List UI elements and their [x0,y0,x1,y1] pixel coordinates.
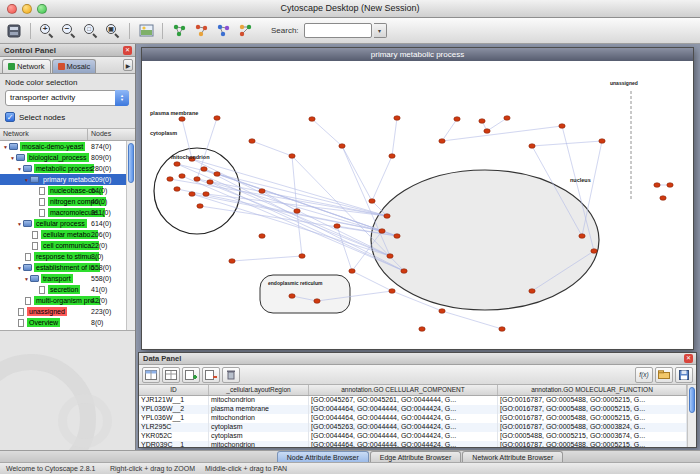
graph-node[interactable] [484,129,490,134]
graph-node[interactable] [387,254,393,259]
table-cell[interactable]: YDR039C__1 [139,441,209,447]
combobox-arrows-button[interactable]: ▲ ▼ [115,90,129,106]
graph-node[interactable] [249,139,255,144]
tree-row[interactable]: cell communica...22(0) [0,240,126,251]
plugins-button[interactable] [235,21,255,41]
table-cell[interactable]: YPL036W__1 [139,414,209,423]
graph-node[interactable] [660,196,666,201]
table-cell[interactable]: YLR295C [139,423,209,432]
import-network-button[interactable] [191,21,211,41]
graph-node[interactable] [454,117,460,122]
expander-icon[interactable]: ▼ [9,155,16,161]
graph-node[interactable] [379,229,385,234]
data-panel-close-button[interactable]: ✕ [684,354,693,363]
graph-edge[interactable] [252,141,292,156]
save-attributes-button[interactable] [675,367,693,383]
network-canvas[interactable]: plasma membranecytoplasmmitochondrionnuc… [142,61,693,349]
tree-scrollbar-thumb[interactable] [128,143,134,183]
graph-node[interactable] [339,144,345,149]
graph-edge[interactable] [337,226,352,271]
table-cell[interactable]: [GO:0044464, GO:0044444, GO:0044424, G..… [309,441,498,447]
node-color-combobox[interactable]: transporter activity ▲ ▼ [5,90,129,106]
tree-column-nodes[interactable]: Nodes [88,129,135,140]
tree-row[interactable]: secretion41(0) [0,284,126,295]
graph-node[interactable] [394,116,400,121]
table-cell[interactable]: plasma membrane [209,405,309,414]
table-row[interactable]: YPL036W__1mitochondrion[GO:0044464, GO:0… [139,414,687,423]
graph-node[interactable] [289,154,295,159]
tab-network[interactable]: Network [2,59,51,73]
tree-row[interactable]: ▼metabolic process280(0) [0,163,126,174]
expander-icon[interactable]: ▼ [16,166,23,172]
graph-node[interactable] [289,294,295,299]
table-cell[interactable]: [GO:0016787, GO:0005488, GO:0003824, G..… [498,423,687,432]
table-cell[interactable]: [GO:0016787, GO:0005488, GO:0005215, G..… [498,405,687,414]
graph-node[interactable] [201,167,207,172]
graph-edge[interactable] [312,119,342,146]
delete-attribute-button[interactable] [202,367,220,383]
create-network-button[interactable] [169,21,189,41]
graph-node[interactable] [654,183,660,188]
graph-edge[interactable] [197,179,390,256]
expander-icon[interactable]: ▼ [23,177,30,183]
browser-tab[interactable]: Node Attribute Browser [277,451,369,462]
graph-node[interactable] [599,139,605,144]
graph-node[interactable] [369,199,375,204]
graph-node[interactable] [194,177,200,182]
tree-row[interactable]: ▼transport558(0) [0,273,126,284]
graph-node[interactable] [384,214,390,219]
graph-node[interactable] [259,189,265,194]
graph-node[interactable] [389,154,395,159]
graph-node[interactable] [667,183,673,188]
graph-node[interactable] [294,209,300,214]
graph-edge[interactable] [442,119,457,141]
table-cell[interactable]: mitochondrion [209,414,309,423]
graph-edge[interactable] [487,118,507,131]
table-row[interactable]: YKR052Ccytoplasm[GO:0044464, GO:0044444,… [139,432,687,441]
graph-node[interactable] [591,249,597,254]
browser-tab[interactable]: Edge Attribute Browser [370,451,462,462]
table-column-header[interactable]: ID [139,385,209,395]
tree-row[interactable]: response to stimu...8(0) [0,251,126,262]
graph-node[interactable] [529,144,535,149]
table-cell[interactable]: mitochondrion [209,396,309,405]
graph-edge[interactable] [372,156,392,201]
graph-node[interactable] [349,269,355,274]
table-column-header[interactable]: annotation.GO MOLECULAR_FUNCTION [498,385,687,395]
table-column-header[interactable]: _cellularLayoutRegion [209,385,309,395]
tree-row[interactable]: ▼cellular process614(0) [0,218,126,229]
table-row[interactable]: YPL036W__2plasma membrane[GO:0044464, GO… [139,405,687,414]
graph-node[interactable] [529,289,535,294]
graph-node[interactable] [314,299,320,304]
select-nodes-checkbox[interactable]: ✓ [5,112,15,122]
graphics-details-button[interactable] [136,21,156,41]
graph-edge[interactable] [177,164,387,216]
graph-node[interactable] [559,124,565,129]
zoom-in-button[interactable]: + [37,21,57,41]
zoom-selected-button[interactable]: □ [81,21,101,41]
graph-node[interactable] [179,117,185,122]
tree-row[interactable]: nucleobase-co...64(0) [0,185,126,196]
graph-node[interactable] [579,234,585,239]
graph-edge[interactable] [442,126,562,141]
unselect-attributes-button[interactable] [162,367,180,383]
browser-tab[interactable]: Network Attribute Browser [462,451,563,462]
tree-row[interactable]: macromolecule...311(0) [0,207,126,218]
tree-row[interactable]: ▼mosaic-demo-yeast874(0) [0,141,126,152]
window-layout-button[interactable] [4,21,24,41]
graph-node[interactable] [479,119,485,124]
table-cell[interactable]: YPL036W__2 [139,405,209,414]
graph-node[interactable] [167,177,173,182]
select-attributes-button[interactable] [142,367,160,383]
table-cell[interactable]: [GO:0016787, GO:0005488, GO:0005215, G..… [498,414,687,423]
table-scrollbar[interactable] [687,385,696,447]
tree-column-network[interactable]: Network [0,129,88,140]
expander-icon[interactable]: ▼ [16,221,23,227]
table-cell[interactable]: cytoplasm [209,432,309,441]
table-cell[interactable]: [GO:0045267, GO:0045261, GO:0044444, G..… [309,396,498,405]
expander-icon[interactable]: ▼ [16,265,23,271]
zoom-fit-button[interactable]: ▣ [103,21,123,41]
graph-node[interactable] [174,187,180,192]
graph-node[interactable] [504,116,510,121]
graph-node[interactable] [439,139,445,144]
